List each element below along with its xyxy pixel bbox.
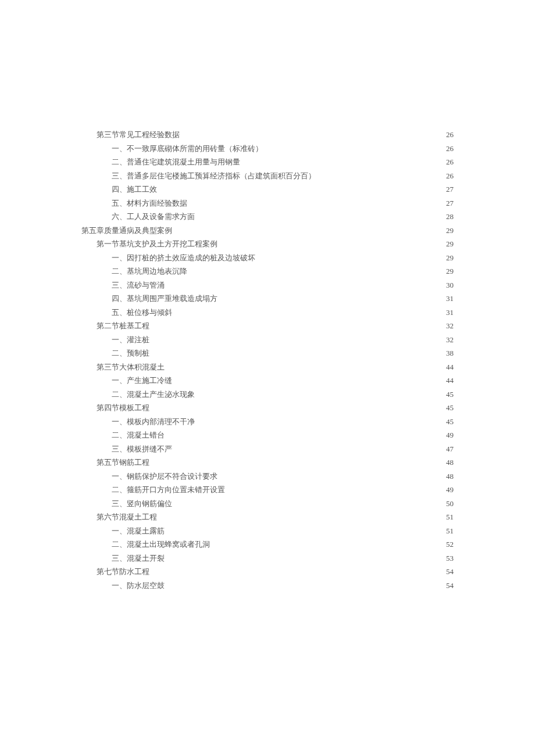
toc-entry: 三、流砂与管涌30 xyxy=(81,281,454,289)
toc-entry-label: 二、预制桩 xyxy=(112,349,149,357)
toc-entry: 六、工人及设备需求方面28 xyxy=(81,213,454,220)
toc-entry-label: 第四节模板工程 xyxy=(97,404,149,411)
toc-entry-page-number: 26 xyxy=(443,145,454,152)
toc-entry-label: 四、基坑周围严重堆载造成塌方 xyxy=(112,295,217,302)
toc-entry-label: 一、产生施工冷缝 xyxy=(112,377,172,384)
toc-entry: 第一节基坑支护及土方开挖工程案例29 xyxy=(81,240,454,248)
toc-entry: 三、竖向钢筋偏位50 xyxy=(81,500,454,507)
toc-entry-label: 二、箍筋开口方向位置未错开设置 xyxy=(112,486,225,493)
toc-entry-label: 三、混凝土开裂 xyxy=(112,554,165,562)
toc-entry-label: 一、灌注桩 xyxy=(112,336,149,343)
toc-entry-label: 三、竖向钢筋偏位 xyxy=(112,500,172,507)
toc-entry-page-number: 50 xyxy=(443,500,454,507)
toc-entry-page-number: 44 xyxy=(443,377,454,384)
toc-entry: 第三节大体积混凝土44 xyxy=(81,363,454,371)
toc-entry-label: 第一节基坑支护及土方开挖工程案例 xyxy=(97,240,217,248)
toc-entry: 三、普通多层住宅楼施工预算经济指标（占建筑面积百分百）26 xyxy=(81,172,454,180)
toc-entry-label: 一、模板内部清理不干净 xyxy=(112,418,195,425)
toc-entry-page-number: 53 xyxy=(443,554,454,562)
toc-entry: 二、混凝土错台49 xyxy=(81,431,454,439)
toc-entry: 三、模板拼缝不严47 xyxy=(81,445,454,453)
toc-entry: 二、基坑周边地表沉降29 xyxy=(81,267,454,275)
toc-entry-label: 第二节桩基工程 xyxy=(97,322,149,329)
toc-entry-page-number: 31 xyxy=(443,295,454,302)
toc-entry: 第四节模板工程45 xyxy=(81,404,454,411)
toc-entry-page-number: 48 xyxy=(443,458,454,466)
toc-entry-label: 二、基坑周边地表沉降 xyxy=(112,267,187,275)
toc-entry: 二、箍筋开口方向位置未错开设置49 xyxy=(81,486,454,493)
toc-entry: 一、模板内部清理不干净45 xyxy=(81,418,454,425)
toc-entry-page-number: 45 xyxy=(443,404,454,411)
toc-entry: 五、桩位移与倾斜31 xyxy=(81,309,454,316)
toc-entry-label: 第六节混凝土工程 xyxy=(97,513,157,521)
toc-entry-page-number: 38 xyxy=(443,349,454,357)
toc-entry-page-number: 31 xyxy=(443,309,454,316)
toc-entry-page-number: 32 xyxy=(443,322,454,329)
toc-entry-page-number: 29 xyxy=(443,240,454,248)
toc-entry-page-number: 26 xyxy=(443,131,454,138)
toc-entry-label: 一、钢筋保护层不符合设计要求 xyxy=(112,472,217,480)
toc-entry: 一、产生施工冷缝44 xyxy=(81,377,454,384)
toc-entry: 一、因打桩的挤土效应造成的桩及边坡破坏29 xyxy=(81,254,454,261)
toc-entry-page-number: 45 xyxy=(443,390,454,398)
toc-entry-page-number: 28 xyxy=(443,213,454,220)
toc-entry-label: 三、普通多层住宅楼施工预算经济指标（占建筑面积百分百） xyxy=(112,172,316,180)
toc-entry-label: 六、工人及设备需求方面 xyxy=(112,213,195,220)
toc-entry-label: 三、模板拼缝不严 xyxy=(112,445,172,453)
toc-entry: 二、混凝土产生泌水现象45 xyxy=(81,390,454,398)
toc-entry-page-number: 29 xyxy=(443,267,454,275)
toc-entry: 四、施工工效27 xyxy=(81,185,454,193)
toc-entry: 第三节常见工程经验数据26 xyxy=(81,131,454,138)
toc-entry-label: 一、防水层空鼓 xyxy=(112,582,165,589)
toc-entry-label: 二、混凝土产生泌水现象 xyxy=(112,390,195,398)
toc-entry: 一、混凝土露筋51 xyxy=(81,527,454,535)
toc-entry-page-number: 49 xyxy=(443,431,454,439)
toc-entry: 第七节防水工程54 xyxy=(81,568,454,575)
toc-entry-page-number: 30 xyxy=(443,281,454,289)
toc-entry: 一、钢筋保护层不符合设计要求48 xyxy=(81,472,454,480)
toc-entry: 一、防水层空鼓54 xyxy=(81,582,454,589)
toc-entry-label: 二、混凝土错台 xyxy=(112,431,165,439)
toc-entry: 二、混凝土出现蜂窝或者孔洞52 xyxy=(81,540,454,548)
toc-entry: 二、预制桩38 xyxy=(81,349,454,357)
toc-entry-page-number: 48 xyxy=(443,472,454,480)
toc-entry-label: 一、混凝土露筋 xyxy=(112,527,165,535)
toc-entry-page-number: 29 xyxy=(443,227,454,234)
toc-entry-label: 第三节常见工程经验数据 xyxy=(97,131,180,138)
toc-entry: 二、普通住宅建筑混凝土用量与用钢量26 xyxy=(81,158,454,166)
toc-entry-label: 五、材料方面经验数据 xyxy=(112,199,187,207)
toc-entry-page-number: 32 xyxy=(443,336,454,343)
toc-entry-label: 第五节钢筋工程 xyxy=(97,458,149,466)
toc-entry: 五、材料方面经验数据27 xyxy=(81,199,454,207)
toc-entry: 一、不一致厚底砌体所需的用砖量（标准砖）26 xyxy=(81,145,454,152)
toc-entry-page-number: 54 xyxy=(443,582,454,589)
toc-entry-label: 一、因打桩的挤土效应造成的桩及边坡破坏 xyxy=(112,254,255,261)
toc-entry-label: 二、普通住宅建筑混凝土用量与用钢量 xyxy=(112,158,240,166)
toc-entry-label: 四、施工工效 xyxy=(112,185,157,193)
toc-entry: 三、混凝土开裂53 xyxy=(81,554,454,562)
toc-entry-page-number: 27 xyxy=(443,199,454,207)
toc-entry-page-number: 51 xyxy=(443,513,454,521)
toc-entry: 一、灌注桩32 xyxy=(81,336,454,343)
toc-entry-page-number: 29 xyxy=(443,254,454,261)
toc-entry-page-number: 45 xyxy=(443,418,454,425)
toc-entry-page-number: 52 xyxy=(443,540,454,548)
toc-entry-label: 二、混凝土出现蜂窝或者孔洞 xyxy=(112,540,210,548)
toc-entry-page-number: 51 xyxy=(443,527,454,535)
toc-entry: 第二节桩基工程32 xyxy=(81,322,454,329)
document-page: 第三节常见工程经验数据26一、不一致厚底砌体所需的用砖量（标准砖）26二、普通住… xyxy=(0,0,535,756)
toc-entry-page-number: 49 xyxy=(443,486,454,493)
toc-entry: 第五章质量通病及典型案例29 xyxy=(81,227,454,234)
toc-entry-label: 五、桩位移与倾斜 xyxy=(112,309,172,316)
toc-entry-label: 三、流砂与管涌 xyxy=(112,281,165,289)
toc-entry-page-number: 44 xyxy=(443,363,454,371)
toc-entry-label: 一、不一致厚底砌体所需的用砖量（标准砖） xyxy=(112,145,263,152)
toc-entry: 第五节钢筋工程48 xyxy=(81,458,454,466)
toc-entry: 四、基坑周围严重堆载造成塌方31 xyxy=(81,295,454,302)
toc-entry-label: 第七节防水工程 xyxy=(97,568,149,575)
toc-entry-page-number: 54 xyxy=(443,568,454,575)
toc-entry-page-number: 27 xyxy=(443,185,454,193)
toc-entry: 第六节混凝土工程51 xyxy=(81,513,454,521)
toc-entry-page-number: 26 xyxy=(443,172,454,180)
toc-entry-label: 第五章质量通病及典型案例 xyxy=(81,227,172,234)
